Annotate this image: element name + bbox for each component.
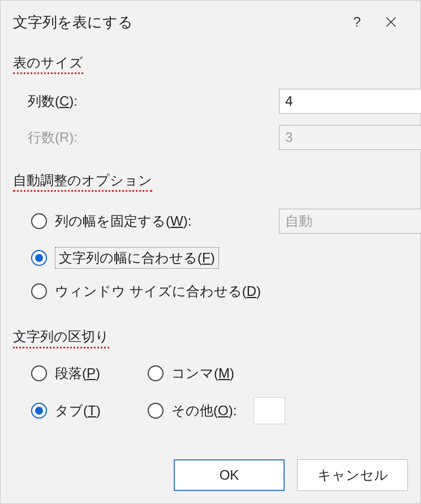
columns-label-post: ):: [69, 93, 78, 109]
rows-accel: R: [59, 130, 69, 145]
rows-label: 行数(R):: [28, 128, 279, 147]
fixed-width-spinner: [279, 209, 408, 234]
fit-contents-accel: F: [202, 250, 211, 265]
fixed-accel: W: [170, 213, 183, 229]
radio-fit-contents[interactable]: [31, 250, 47, 266]
other-separator-input[interactable]: [254, 397, 285, 424]
fit-window-accel: D: [247, 283, 256, 299]
section-autofit: 自動調整のオプション: [13, 171, 152, 192]
columns-label-pre: 列数(: [28, 93, 59, 109]
rows-label-post: ):: [69, 130, 78, 145]
row-columns: 列数(C):: [28, 89, 408, 114]
tab-post: ): [96, 403, 101, 418]
columns-spinner[interactable]: [279, 89, 408, 114]
radio-other-label[interactable]: その他(O):: [171, 402, 237, 420]
rows-input: [279, 125, 421, 150]
para-accel: P: [87, 365, 96, 381]
dialog-title: 文字列を表にする: [13, 12, 340, 32]
tab-pre: タブ(: [55, 403, 88, 418]
fit-window-pre: ウィンドウ サイズに合わせる(: [55, 283, 247, 299]
titlebar: 文字列を表にする ?: [1, 1, 420, 41]
radio-other[interactable]: [148, 403, 164, 419]
row-fit-window: ウィンドウ サイズに合わせる(D): [31, 282, 408, 300]
close-button[interactable]: [374, 9, 408, 35]
fixed-pre: 列の幅を固定する(: [55, 213, 170, 229]
fit-contents-pre: 文字列の幅に合わせる(: [59, 250, 202, 265]
other-pre: その他(: [171, 403, 218, 418]
para-post: ): [96, 365, 100, 381]
convert-text-to-table-dialog: 文字列を表にする ? 表のサイズ 列数(C): 行数(R):: [0, 0, 421, 504]
row-fit-contents: 文字列の幅に合わせる(F): [31, 247, 408, 269]
fixed-post: ):: [183, 213, 192, 229]
radio-tab[interactable]: [31, 403, 47, 419]
radio-fit-window-label[interactable]: ウィンドウ サイズに合わせる(D): [55, 282, 261, 300]
fit-window-post: ): [256, 283, 261, 299]
button-bar: OK キャンセル: [174, 459, 408, 491]
fixed-width-input: [279, 209, 421, 234]
comma-pre: コンマ(: [171, 365, 218, 381]
ok-button[interactable]: OK: [174, 459, 285, 491]
columns-accel: C: [59, 93, 69, 109]
columns-label: 列数(C):: [28, 92, 279, 110]
radio-fit-contents-label[interactable]: 文字列の幅に合わせる(F): [55, 247, 219, 269]
row-fixed-width: 列の幅を固定する(W):: [31, 209, 408, 234]
other-post: ):: [229, 403, 237, 418]
rows-label-pre: 行数(: [28, 130, 59, 145]
cancel-button[interactable]: キャンセル: [297, 459, 408, 491]
radio-fixed-width[interactable]: [31, 213, 47, 229]
radio-paragraph[interactable]: [31, 365, 47, 381]
dialog-body: 表のサイズ 列数(C): 行数(R):: [1, 41, 420, 424]
comma-post: ): [230, 365, 234, 381]
radio-comma[interactable]: [148, 365, 164, 381]
radio-comma-label[interactable]: コンマ(M): [171, 364, 234, 382]
radio-fit-window[interactable]: [31, 283, 47, 299]
radio-paragraph-label[interactable]: 段落(P): [55, 364, 100, 382]
other-accel: O: [218, 403, 229, 418]
separator-options: 段落(P) コンマ(M) タブ(T): [31, 364, 408, 424]
help-button[interactable]: ?: [340, 9, 374, 35]
radio-tab-label[interactable]: タブ(T): [55, 402, 101, 420]
radio-fixed-width-label[interactable]: 列の幅を固定する(W):: [55, 212, 191, 230]
row-rows: 行数(R):: [28, 125, 408, 150]
rows-spinner: [279, 125, 408, 150]
tab-accel: T: [88, 403, 96, 418]
section-table-size: 表のサイズ: [13, 54, 83, 74]
para-pre: 段落(: [55, 365, 87, 381]
section-separator: 文字列の区切り: [13, 328, 109, 348]
fit-contents-post: ): [211, 250, 215, 265]
columns-input[interactable]: [279, 89, 421, 114]
close-icon: [385, 16, 397, 28]
comma-accel: M: [218, 365, 230, 381]
